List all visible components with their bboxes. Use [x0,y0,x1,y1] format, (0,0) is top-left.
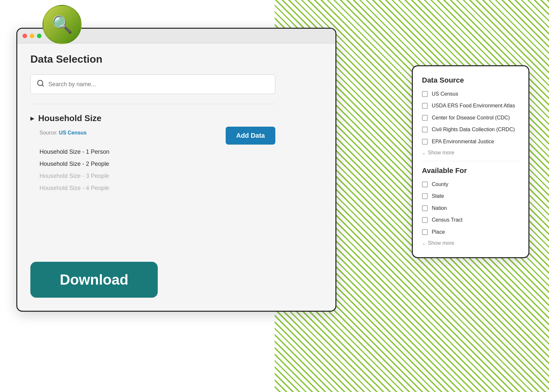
magnifier-icon: 🔍 [52,15,73,35]
svg-line-1 [42,85,43,86]
data-source-line: Source: US Census [40,130,87,136]
list-item: Household Size - 1 Person [40,146,322,158]
list-item: Household Size - 2 People [40,158,322,170]
chevron-down-icon-2: ⌄ [422,241,426,246]
search-container [30,74,275,94]
filter-label-crdc: Civil Rights Data Collection (CRDC) [432,126,515,133]
filter-divider [422,161,519,161]
add-data-button[interactable]: Add Data [226,127,275,145]
checkbox-usda[interactable] [422,103,428,109]
data-source-title: Data Source [422,76,519,85]
search-input[interactable] [48,81,269,88]
download-button-label: Download [60,272,128,288]
filter-item-state: State [422,193,519,200]
filter-item-usda: USDA ERS Food Environment Atlas [422,102,519,109]
checkbox-cdc[interactable] [422,115,428,121]
filter-item-place: Place [422,228,519,236]
source-prefix: Source: [40,130,57,135]
logo-circle: 🔍 [42,5,82,44]
checkbox-census-tract[interactable] [422,217,428,223]
filter-item-nation: Nation [422,205,519,212]
main-window: Data Selection ▶ Household Size [16,28,336,312]
filter-item-us-census: US Census [422,90,519,98]
available-for-title: Available For [422,166,519,175]
checkbox-state[interactable] [422,193,428,199]
filter-label-us-census: US Census [432,90,458,98]
filter-label-place: Place [432,228,445,236]
filter-label-nation: Nation [432,205,447,212]
checkbox-epa[interactable] [422,139,428,145]
chevron-down-icon: ⌄ [422,150,426,155]
page-title: Data Selection [30,53,322,65]
available-for-show-more[interactable]: ⌄ Show more [422,240,519,246]
filter-item-cdc: Center for Disease Control (CDC) [422,114,519,121]
filter-item-county: County [422,181,519,188]
filter-item-crdc: Civil Rights Data Collection (CRDC) [422,126,519,133]
divider [30,104,275,104]
filter-panel: Data Source US Census USDA ERS Food Envi… [412,65,529,258]
list-item: Household Size - 4 People [40,182,322,194]
checkbox-us-census[interactable] [422,91,428,97]
data-item-title: Household Size [38,113,102,123]
checkbox-county[interactable] [422,181,428,187]
data-source-show-more-label: Show more [428,150,454,156]
scene: 🔍 Data Selection [0,0,549,392]
source-link[interactable]: US Census [59,130,87,135]
data-item-source-row: Source: US Census Add Data [30,127,275,145]
filter-label-epa: EPA Environmental Justice [432,138,494,145]
close-button[interactable] [23,34,27,38]
filter-item-census-tract: Census Tract [422,216,519,224]
filter-item-epa: EPA Environmental Justice [422,138,519,145]
maximize-button[interactable] [37,34,41,38]
checkbox-crdc[interactable] [422,127,428,133]
available-for-show-more-label: Show more [428,240,454,246]
data-source-show-more[interactable]: ⌄ Show more [422,150,519,156]
filter-label-census-tract: Census Tract [432,216,462,224]
filter-label-usda: USDA ERS Food Environment Atlas [432,102,515,109]
filter-label-state: State [432,193,444,200]
filter-label-county: County [432,181,448,188]
window-content: Data Selection ▶ Household Size [17,43,335,311]
search-icon [37,79,44,89]
checkbox-nation[interactable] [422,205,428,211]
download-button[interactable]: Download [30,262,158,298]
expand-arrow-icon[interactable]: ▶ [30,115,34,121]
data-item-header: ▶ Household Size [30,113,322,123]
minimize-button[interactable] [30,34,34,38]
filter-label-cdc: Center for Disease Control (CDC) [432,114,510,121]
checkbox-place[interactable] [422,229,428,235]
list-item: Household Size - 3 People [40,170,322,182]
